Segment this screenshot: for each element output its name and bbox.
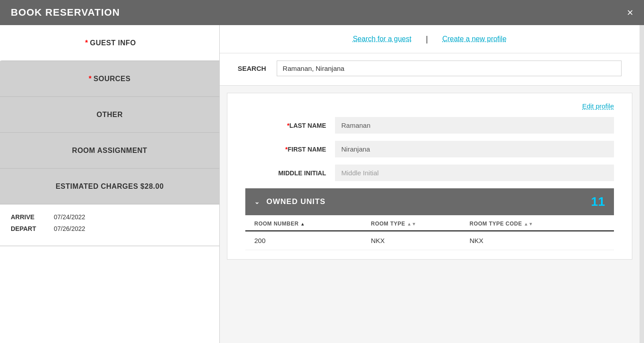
sidebar-label-sources: SOURCES [94, 75, 131, 83]
modal-header: BOOK RESERVATION × [0, 0, 644, 25]
sidebar-item-other[interactable]: OTHER [0, 97, 219, 133]
required-star-first-name: * [285, 146, 287, 153]
required-star-guest-info: * [85, 39, 88, 47]
main-scrollbar[interactable] [640, 25, 644, 343]
first-name-label: *FIRST NAME [245, 146, 326, 153]
last-name-input[interactable] [335, 117, 614, 134]
required-star-last-name: * [287, 122, 289, 129]
first-name-input[interactable] [335, 141, 614, 157]
search-label: SEARCH [238, 65, 266, 72]
sort-icon-room-type-code: ▲▼ [524, 221, 533, 226]
cell-room-type-code: NKX [470, 237, 605, 244]
last-name-group: *LAST NAME [245, 117, 614, 134]
cell-room-type: NKX [371, 237, 470, 244]
sidebar-item-guest-info[interactable]: * GUEST INFO [0, 25, 219, 61]
middle-initial-group: MIDDLE INITIAL [245, 165, 614, 181]
owned-units-count: 11 [591, 195, 605, 209]
sidebar-scroll: * GUEST INFO * SOURCES OTHER ROOM ASSIGN… [0, 25, 219, 343]
sidebar-item-sources[interactable]: * SOURCES [0, 61, 219, 97]
edit-profile-container: Edit profile [245, 102, 614, 110]
edit-profile-link[interactable]: Edit profile [582, 102, 614, 110]
owned-units-title-text: OWNED UNITS [266, 197, 326, 206]
book-reservation-modal: BOOK RESERVATION × * GUEST INFO * SOURCE… [0, 0, 644, 343]
top-links-bar: Search for a guest | Create a new profil… [220, 25, 640, 53]
depart-label: DEPART [11, 225, 47, 232]
sidebar-item-room-assignment[interactable]: ROOM ASSIGNMENT [0, 133, 219, 169]
col-room-type-label: ROOM TYPE [371, 221, 405, 227]
cell-room-number: 200 [254, 237, 371, 244]
sidebar-label-room-assignment: ROOM ASSIGNMENT [72, 147, 148, 155]
modal-body: * GUEST INFO * SOURCES OTHER ROOM ASSIGN… [0, 25, 644, 343]
link-separator: | [422, 35, 431, 44]
search-input[interactable] [277, 61, 622, 76]
middle-initial-input[interactable] [335, 165, 614, 181]
middle-initial-label: MIDDLE INITIAL [245, 169, 326, 177]
sidebar-dates: ARRIVE 07/24/2022 DEPART 07/26/2022 [0, 204, 219, 246]
arrive-label: ARRIVE [11, 213, 47, 221]
arrive-row: ARRIVE 07/24/2022 [11, 213, 209, 221]
first-name-group: *FIRST NAME [245, 141, 614, 157]
sidebar-item-estimated-charges[interactable]: ESTIMATED CHARGES $28.00 [0, 169, 219, 204]
table-row[interactable]: 200 NKX NKX [245, 231, 614, 250]
last-name-label: *LAST NAME [245, 122, 326, 129]
depart-value: 07/26/2022 [54, 225, 85, 232]
search-row: SEARCH [220, 53, 640, 86]
search-guest-link[interactable]: Search for a guest [342, 34, 422, 44]
profile-card: Edit profile *LAST NAME *FIRST NAME [227, 93, 632, 260]
sidebar-label-estimated-charges: ESTIMATED CHARGES [56, 182, 138, 191]
chevron-down-icon: ⌄ [254, 198, 260, 205]
col-header-room-type[interactable]: ROOM TYPE ▲▼ [371, 221, 470, 227]
col-room-number-label: ROOM NUMBER [254, 221, 299, 227]
sort-icon-room-number: ▲ [300, 221, 305, 226]
owned-units-title: ⌄ OWNED UNITS [254, 197, 591, 206]
col-header-room-number[interactable]: ROOM NUMBER ▲ [254, 221, 371, 227]
col-header-room-type-code[interactable]: ROOM TYPE CODE ▲▼ [470, 221, 605, 227]
arrive-value: 07/24/2022 [54, 213, 85, 221]
required-star-sources: * [89, 75, 92, 83]
owned-units-table-header: ROOM NUMBER ▲ ROOM TYPE ▲▼ ROOM TYPE COD… [245, 215, 614, 231]
sidebar-label-other: OTHER [96, 111, 123, 119]
estimated-charges-amount: $28.00 [140, 182, 164, 191]
sidebar-label-guest-info: GUEST INFO [90, 39, 136, 47]
depart-row: DEPART 07/26/2022 [11, 225, 209, 232]
main-content: Search for a guest | Create a new profil… [220, 25, 640, 343]
owned-units-header[interactable]: ⌄ OWNED UNITS 11 [245, 188, 614, 215]
modal-title: BOOK RESERVATION [11, 7, 120, 18]
sidebar: * GUEST INFO * SOURCES OTHER ROOM ASSIGN… [0, 25, 220, 343]
create-profile-link[interactable]: Create a new profile [431, 34, 517, 44]
sort-icon-room-type: ▲▼ [407, 221, 417, 226]
col-room-type-code-label: ROOM TYPE CODE [470, 221, 522, 227]
close-button[interactable]: × [627, 7, 633, 18]
